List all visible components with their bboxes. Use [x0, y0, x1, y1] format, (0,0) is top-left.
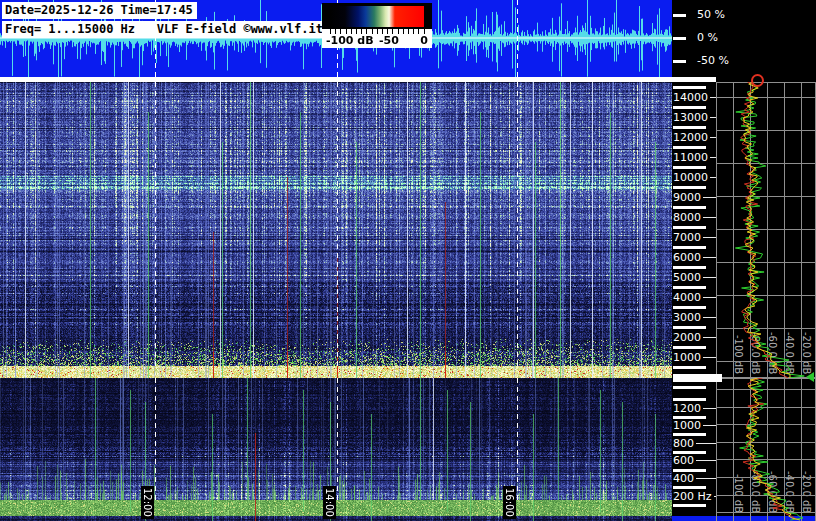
freq-axis-row: 1000 — [673, 351, 716, 363]
freq-axis-row: 3000 — [673, 311, 716, 323]
freq-axis-row: 12000 — [673, 131, 716, 143]
freq-axis-label: 6000 — [673, 252, 701, 263]
axis-corner-block — [673, 374, 722, 382]
freq-axis-tick — [673, 166, 706, 169]
freq-axis-row: 800 — [673, 437, 716, 449]
freq-axis-tick — [673, 416, 706, 419]
freq-axis-label: 11000 — [673, 152, 708, 163]
freq-axis-label: 8000 — [673, 212, 701, 223]
freq-axis-tick — [673, 246, 706, 249]
freq-axis-tick — [673, 186, 706, 189]
freq-axis-tick — [673, 226, 706, 229]
freq-axis-tick — [673, 266, 706, 269]
freq-axis-row: 5000 — [673, 271, 716, 283]
freq-axis-line — [696, 478, 716, 479]
freq-axis-row: 8000 — [673, 211, 716, 223]
freq-axis-row: 6000 — [673, 251, 716, 263]
freq-axis-row: 10000 — [673, 171, 716, 183]
freq-axis-label: 12000 — [673, 132, 708, 143]
peak-marker-circle-icon — [751, 74, 764, 87]
date-time-readout: Date=2025-12-26 Time=17:45 — [2, 2, 197, 19]
freq-axis-label: 400 — [673, 473, 694, 484]
freq-axis-row: 14000 — [673, 91, 716, 103]
amplitude-scale: 50 %0 %-50 % — [672, 0, 816, 77]
colorbar-scale: -100 dB -50 0 — [322, 29, 432, 48]
freq-axis-line — [696, 460, 716, 461]
freq-axis-tick — [673, 469, 706, 472]
vlf-monitor-screen: 50 %0 %-50 % Date=2025-12-26 Time=17:45 … — [0, 0, 816, 521]
freq-axis-tick — [673, 504, 706, 507]
colorbar-label-max: 0 — [420, 34, 428, 47]
freq-axis-row: 400 — [673, 472, 716, 484]
freq-axis-line — [703, 425, 716, 426]
freq-axis-line — [703, 217, 716, 218]
freq-axis-label: 1200 — [673, 403, 701, 414]
main-spectrogram — [0, 82, 672, 378]
colorbar-legend: -100 dB -50 0 — [322, 3, 432, 48]
amplitude-tick — [673, 14, 686, 17]
freq-axis-label: 13000 — [673, 112, 708, 123]
freq-axis-tick — [673, 398, 706, 401]
freq-axis-row: 7000 — [673, 231, 716, 243]
freq-axis-row: 1000 — [673, 420, 716, 432]
freq-axis-row: 1200 — [673, 402, 716, 414]
freq-axis-row: 9000 — [673, 191, 716, 203]
colorbar-labels: -100 dB -50 0 — [322, 34, 432, 48]
low-freq-spectrum-plot — [716, 378, 816, 521]
divider-strip — [0, 77, 716, 82]
freq-axis-tick — [673, 306, 706, 309]
freq-axis-label: 2000 — [673, 332, 701, 343]
freq-axis-line — [703, 408, 716, 409]
freq-axis-tick — [673, 126, 706, 129]
freq-axis-label: 10000 — [673, 172, 708, 183]
freq-axis-label: 7000 — [673, 232, 701, 243]
freq-axis-line — [703, 277, 716, 278]
freq-axis-row: 4000 — [673, 291, 716, 303]
freq-axis-line — [703, 317, 716, 318]
freq-axis-tick — [673, 286, 706, 289]
amplitude-label: 0 % — [697, 32, 718, 44]
main-frequency-axis: 1400013000120001100010000900080007000600… — [672, 82, 716, 378]
colorbar-label-min: -100 dB — [326, 34, 374, 47]
freq-axis-label: 1000 — [673, 420, 701, 431]
freq-axis-label: 5000 — [673, 272, 701, 283]
amplitude-tick — [673, 37, 686, 40]
freq-axis-row: 2000 — [673, 331, 716, 343]
cursor-arrow-icon — [806, 372, 814, 382]
freq-axis-line — [703, 197, 716, 198]
freq-axis-row: 13000 — [673, 111, 716, 123]
freq-axis-label: 3000 — [673, 312, 701, 323]
colorbar-gradient — [330, 6, 424, 27]
low-freq-spectrogram — [0, 378, 672, 521]
main-spectrum-plot — [716, 82, 816, 378]
freq-axis-tick — [673, 486, 706, 489]
freq-axis-tick — [673, 451, 706, 454]
freq-axis-label: 800 — [673, 438, 694, 449]
freq-axis-label: 4000 — [673, 292, 701, 303]
freq-axis-row: 600 — [673, 455, 716, 467]
freq-axis-tick — [673, 366, 706, 369]
freq-axis-tick — [673, 386, 706, 389]
freq-axis-tick — [673, 106, 706, 109]
freq-axis-row: 11000 — [673, 151, 716, 163]
freq-axis-line — [703, 297, 716, 298]
amplitude-tick — [673, 60, 686, 63]
freq-axis-row: 200 Hz — [673, 490, 716, 502]
freq-axis-line — [703, 237, 716, 238]
freq-range-readout: Freq= 1...15000 Hz VLF E-field ©www.vlf.… — [2, 21, 327, 38]
freq-axis-label: 14000 — [673, 92, 708, 103]
freq-axis-label: 9000 — [673, 192, 701, 203]
freq-axis-tick — [673, 433, 706, 436]
freq-axis-label: 600 — [673, 455, 694, 466]
freq-axis-tick — [673, 346, 706, 349]
freq-axis-label: 200 Hz — [673, 491, 712, 502]
freq-axis-tick — [673, 206, 706, 209]
freq-axis-label: 1000 — [673, 352, 701, 363]
colorbar-frame — [322, 3, 432, 29]
freq-axis-line — [696, 443, 716, 444]
colorbar-label-mid: -50 — [379, 34, 399, 47]
amplitude-label: -50 % — [697, 55, 729, 67]
freq-axis-tick — [673, 326, 706, 329]
freq-axis-line — [703, 257, 716, 258]
low-freq-frequency-axis: 12001000800600400200 Hz — [672, 378, 716, 521]
